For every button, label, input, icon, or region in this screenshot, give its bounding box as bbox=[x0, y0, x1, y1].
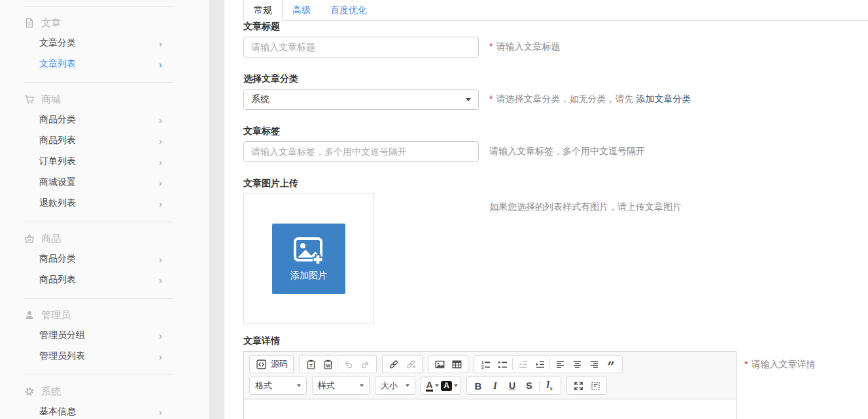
sidebar-item-basic-info[interactable]: 基本信息 › bbox=[0, 401, 209, 419]
align-left-button[interactable] bbox=[551, 356, 568, 372]
paste-word-button[interactable]: W bbox=[319, 356, 336, 372]
editor-content[interactable] bbox=[244, 399, 736, 419]
text-color-button[interactable]: A bbox=[424, 378, 441, 394]
insert-table-button[interactable] bbox=[448, 356, 465, 372]
remove-format-button[interactable]: Ix bbox=[541, 378, 558, 394]
sidebar-item-label: 商城设置 bbox=[39, 176, 76, 188]
underline-button[interactable]: U bbox=[504, 378, 521, 394]
title-hint: *请输入文章标题 bbox=[489, 41, 560, 53]
divider bbox=[24, 6, 173, 7]
tab-advanced[interactable]: 高级 bbox=[283, 0, 321, 20]
ordered-list-icon: 12 bbox=[481, 360, 491, 369]
sidebar-section-mall: 商城 商品分类 › 商品列表 › 订单列表 › 商城设置 › 退款列表 › bbox=[0, 82, 209, 214]
show-blocks-button[interactable] bbox=[587, 378, 604, 394]
align-center-button[interactable] bbox=[568, 356, 585, 372]
text-color-icon: A bbox=[426, 380, 432, 392]
sidebar-section-label: 系统 bbox=[41, 386, 61, 398]
category-selected-value: 系统 bbox=[251, 93, 269, 105]
outdent-button[interactable] bbox=[514, 356, 531, 372]
system-icon bbox=[24, 386, 35, 397]
tags-label: 文章标签 bbox=[243, 126, 868, 137]
sidebar-item-mall-settings[interactable]: 商城设置 › bbox=[0, 172, 209, 193]
sidebar-item-admin-list[interactable]: 管理员列表 › bbox=[0, 346, 209, 367]
italic-button[interactable]: I bbox=[487, 378, 504, 394]
bg-color-button[interactable]: A bbox=[441, 378, 458, 394]
chevron-right-icon: › bbox=[159, 331, 162, 341]
svg-text:1: 1 bbox=[481, 360, 484, 364]
add-category-link[interactable]: 添加文章分类 bbox=[636, 93, 691, 104]
image-hint: 如果您选择的列表样式有图片，请上传文章图片 bbox=[489, 193, 682, 213]
size-dropdown[interactable]: 大小 bbox=[375, 377, 415, 395]
sidebar-section-header: 管理员 bbox=[0, 305, 209, 325]
indent-icon bbox=[535, 360, 545, 369]
sidebar-item-label: 基本信息 bbox=[39, 406, 76, 418]
caret-down-icon bbox=[297, 384, 301, 387]
chevron-right-icon: › bbox=[159, 39, 162, 48]
sidebar-item-product-categories[interactable]: 商品分类 › bbox=[0, 109, 209, 130]
sidebar-item-label: 商品分类 bbox=[39, 114, 76, 126]
blockquote-button[interactable]: ” bbox=[602, 354, 619, 375]
divider bbox=[24, 82, 173, 83]
sidebar-item-goods-categories[interactable]: 商品分类 › bbox=[0, 248, 209, 269]
title-input[interactable] bbox=[243, 37, 479, 58]
undo-button[interactable] bbox=[339, 356, 356, 372]
content-label: 文章详情 bbox=[243, 335, 868, 347]
form-group-content: 文章详情 源码 T bbox=[243, 335, 868, 419]
sidebar-item-goods-list[interactable]: 商品列表 › bbox=[0, 269, 209, 290]
sidebar-item-product-list[interactable]: 商品列表 › bbox=[0, 130, 209, 151]
unordered-list-button[interactable] bbox=[494, 356, 511, 372]
source-button[interactable] bbox=[252, 356, 269, 372]
toolbar-separator bbox=[549, 358, 550, 370]
toolbar-separator bbox=[338, 358, 338, 370]
content-hint: *请输入文章详情 bbox=[744, 351, 815, 371]
tags-input[interactable] bbox=[243, 141, 479, 162]
strikethrough-button[interactable]: S bbox=[521, 378, 538, 394]
toolbar-group-insert bbox=[428, 355, 468, 373]
sidebar-item-label: 文章分类 bbox=[39, 37, 76, 49]
caret-down-icon bbox=[406, 384, 409, 387]
ordered-list-button[interactable]: 12 bbox=[477, 356, 494, 372]
tab-bar: 常规 高级 百度优化 bbox=[243, 0, 868, 21]
redo-button[interactable] bbox=[356, 356, 373, 372]
paste-text-button[interactable]: T bbox=[302, 356, 319, 372]
main-panel: 常规 高级 百度优化 文章标题 *请输入文章标题 选择文章分类 系统 * bbox=[224, 0, 868, 419]
svg-text:T: T bbox=[309, 362, 313, 368]
sidebar-item-order-list[interactable]: 订单列表 › bbox=[0, 151, 209, 172]
link-icon bbox=[389, 360, 399, 369]
toolbar-group-paragraph: 12 bbox=[474, 355, 623, 373]
sidebar-section-header: 商品 bbox=[0, 229, 209, 248]
format-dropdown[interactable]: 格式 bbox=[249, 377, 307, 395]
maximize-button[interactable] bbox=[570, 378, 587, 394]
sidebar-item-article-list[interactable]: 文章列表 › bbox=[0, 54, 209, 75]
tab-baidu-seo[interactable]: 百度优化 bbox=[321, 0, 377, 20]
image-upload-dropzone[interactable]: 添加图片 bbox=[243, 193, 374, 324]
style-dropdown[interactable]: 样式 bbox=[312, 377, 370, 395]
sidebar-section-label: 文章 bbox=[41, 17, 61, 29]
align-right-button[interactable] bbox=[585, 356, 602, 372]
unlink-icon bbox=[406, 360, 416, 369]
sidebar-item-article-categories[interactable]: 文章分类 › bbox=[0, 33, 209, 54]
insert-image-icon bbox=[435, 360, 445, 369]
svg-text:2: 2 bbox=[481, 365, 484, 369]
form-group-title: 文章标题 *请输入文章标题 bbox=[243, 21, 868, 58]
align-center-icon bbox=[572, 360, 582, 369]
category-hint: *请选择文章分类，如无分类，请先添加文章分类 bbox=[489, 93, 691, 105]
goods-icon bbox=[24, 233, 35, 244]
toolbar-group-links bbox=[382, 355, 423, 373]
sidebar-item-admin-groups[interactable]: 管理员分组 › bbox=[0, 325, 209, 346]
category-select[interactable]: 系统 bbox=[243, 89, 479, 110]
maximize-icon bbox=[574, 381, 583, 391]
chevron-right-icon: › bbox=[159, 59, 162, 69]
add-image-button[interactable]: 添加图片 bbox=[272, 224, 345, 294]
unlink-button[interactable] bbox=[402, 356, 419, 372]
toolbar-group-basicstyles: B I U S Ix bbox=[466, 377, 561, 395]
insert-image-button[interactable] bbox=[431, 356, 448, 372]
divider bbox=[24, 375, 173, 375]
link-button[interactable] bbox=[385, 356, 402, 372]
title-label: 文章标题 bbox=[243, 21, 868, 33]
sidebar-item-refund-list[interactable]: 退款列表 › bbox=[0, 193, 209, 214]
bold-button[interactable]: B bbox=[470, 378, 487, 394]
tab-general[interactable]: 常规 bbox=[243, 0, 283, 21]
sidebar-item-label: 商品列表 bbox=[39, 274, 76, 286]
indent-button[interactable] bbox=[531, 356, 548, 372]
